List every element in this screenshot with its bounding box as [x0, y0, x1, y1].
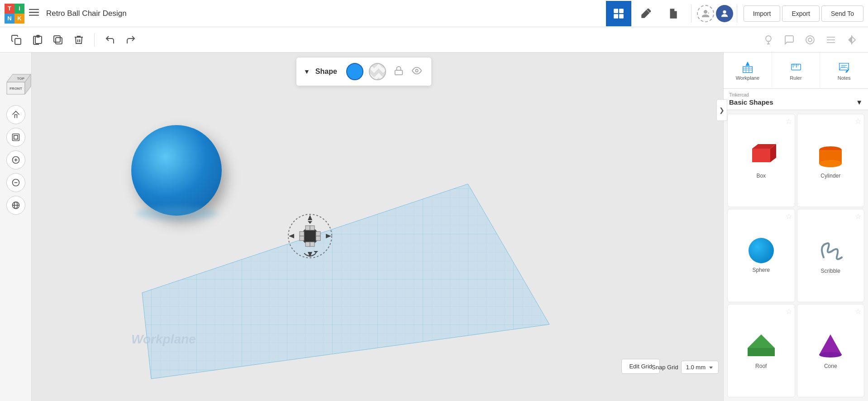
- notes-label: Notes: [838, 75, 851, 81]
- paste-button[interactable]: [28, 31, 46, 49]
- svg-rect-40: [395, 70, 403, 75]
- svg-rect-59: [316, 236, 320, 241]
- collapse-panel-button[interactable]: ❯: [716, 99, 727, 121]
- build-button[interactable]: [633, 1, 658, 26]
- transform-widget[interactable]: [285, 211, 335, 263]
- file-button[interactable]: [660, 1, 686, 26]
- shape-item-cylinder[interactable]: ☆ Cylinder: [797, 114, 865, 207]
- shape-item-sphere[interactable]: ☆ Sphere: [727, 209, 795, 302]
- svg-rect-55: [310, 242, 315, 246]
- svg-rect-58: [316, 232, 320, 236]
- redo-button[interactable]: [122, 31, 140, 49]
- workplane-label: Workplane: [736, 75, 759, 81]
- snap-grid-label: Snap Grid: [652, 364, 678, 371]
- undo-button[interactable]: [101, 31, 119, 49]
- svg-rect-63: [743, 67, 753, 72]
- fit-view-button[interactable]: [6, 128, 25, 147]
- svg-rect-30: [12, 134, 19, 141]
- favorite-star-roof[interactable]: ☆: [786, 307, 792, 316]
- svg-rect-0: [29, 9, 39, 10]
- svg-marker-62: [709, 367, 713, 369]
- svg-rect-15: [56, 38, 62, 44]
- svg-rect-4: [619, 9, 624, 13]
- svg-rect-14: [54, 36, 60, 42]
- add-user-button[interactable]: [697, 5, 714, 22]
- shape-cylinder-label: Cylinder: [820, 173, 840, 179]
- svg-marker-76: [845, 70, 849, 72]
- svg-rect-1: [29, 12, 39, 13]
- svg-marker-48: [308, 215, 312, 220]
- main-toolbar: [0, 27, 868, 53]
- light-button[interactable]: [759, 31, 777, 49]
- separator2: [737, 5, 737, 23]
- snap-value-control[interactable]: 1.0 mm: [681, 361, 719, 374]
- svg-point-17: [806, 36, 814, 44]
- svg-rect-9: [671, 16, 673, 17]
- favorite-star-scribble[interactable]: ☆: [855, 212, 861, 221]
- grid-view-button[interactable]: [606, 1, 631, 26]
- favorite-star-sphere[interactable]: ☆: [786, 212, 792, 221]
- svg-rect-57: [300, 236, 304, 241]
- left-panel: TOP FRONT: [0, 53, 32, 401]
- shape-scribble-label: Scribble: [821, 268, 840, 274]
- svg-rect-11: [15, 39, 21, 44]
- perspective-button[interactable]: [6, 196, 25, 215]
- svg-marker-50: [289, 234, 294, 238]
- shape-item-scribble[interactable]: ☆ Scribble: [797, 209, 865, 302]
- zoom-in-button[interactable]: [6, 150, 25, 169]
- lock-icon-button[interactable]: [391, 64, 406, 79]
- svg-marker-24: [852, 36, 855, 43]
- visible-icon-button[interactable]: [410, 64, 424, 79]
- align-button[interactable]: [822, 31, 840, 49]
- shape-button[interactable]: [801, 31, 819, 49]
- shape-panel-arrow[interactable]: ▼: [304, 68, 310, 75]
- workplane-label: Workplane: [131, 332, 196, 347]
- copy-button[interactable]: [7, 31, 25, 49]
- favorite-star-cylinder[interactable]: ☆: [855, 117, 861, 126]
- menu-icon[interactable]: [29, 7, 39, 19]
- svg-rect-7: [671, 13, 675, 14]
- favorite-star-box[interactable]: ☆: [786, 117, 792, 126]
- viewport-cube[interactable]: TOP FRONT: [0, 62, 36, 98]
- hole-color-picker[interactable]: [369, 63, 386, 80]
- svg-marker-49: [308, 252, 312, 257]
- right-panel: Workplane Ruler: [723, 53, 868, 401]
- workplane-tool-button[interactable]: Workplane: [724, 53, 772, 88]
- solid-color-picker[interactable]: [346, 63, 363, 80]
- category-selector[interactable]: Basic Shapes ▼: [729, 98, 863, 106]
- import-button[interactable]: Import: [744, 5, 781, 22]
- shape-roof-label: Roof: [755, 363, 767, 369]
- svg-rect-5: [614, 14, 618, 19]
- svg-marker-60: [314, 251, 318, 253]
- svg-point-41: [415, 69, 418, 72]
- notes-button[interactable]: [780, 31, 798, 49]
- svg-text:TOP: TOP: [17, 77, 25, 81]
- shape-item-box[interactable]: ☆ Box: [727, 114, 795, 207]
- sphere-object[interactable]: [131, 125, 222, 216]
- home-view-button[interactable]: [6, 105, 25, 124]
- export-button[interactable]: Export: [782, 5, 819, 22]
- ruler-label: Ruler: [790, 75, 801, 81]
- delete-button[interactable]: [70, 31, 88, 49]
- shape-item-roof[interactable]: ☆ Roof: [727, 304, 795, 397]
- category-bar: Tinkercad Basic Shapes ▼: [724, 89, 868, 110]
- tinkercad-logo: T I N K: [5, 4, 24, 24]
- project-title: Retro Ball Chair Design: [46, 9, 606, 18]
- notes-tool-button[interactable]: Notes: [820, 53, 868, 88]
- duplicate-button[interactable]: [49, 31, 67, 49]
- svg-rect-54: [305, 242, 310, 246]
- mirror-button[interactable]: [843, 31, 861, 49]
- top-right-toolbar: Import Export Send To: [606, 1, 863, 26]
- shape-cone-label: Cone: [824, 363, 837, 369]
- canvas-area[interactable]: ▼ Shape: [32, 53, 723, 401]
- user-avatar[interactable]: [716, 5, 733, 22]
- shape-item-cone[interactable]: ☆ Cone: [797, 304, 865, 397]
- svg-marker-51: [326, 234, 331, 238]
- zoom-out-button[interactable]: [6, 173, 25, 192]
- favorite-star-cone[interactable]: ☆: [855, 307, 861, 316]
- sendto-button[interactable]: Send To: [821, 5, 863, 22]
- svg-rect-31: [14, 135, 17, 139]
- svg-marker-85: [819, 334, 842, 355]
- ruler-tool-button[interactable]: Ruler: [772, 53, 820, 88]
- shape-extra-icons: [391, 64, 424, 79]
